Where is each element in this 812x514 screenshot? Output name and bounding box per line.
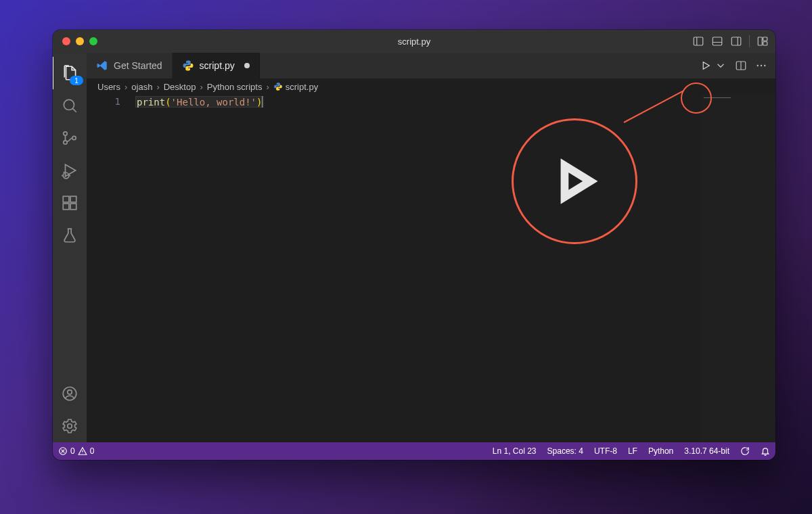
error-count: 0 xyxy=(70,446,75,456)
svg-rect-2 xyxy=(713,37,722,45)
window-title: script.py xyxy=(53,37,775,47)
tab-label: Get Started xyxy=(114,60,162,71)
svg-rect-19 xyxy=(63,196,69,202)
svg-point-9 xyxy=(64,99,74,110)
status-feedback[interactable] xyxy=(735,442,755,460)
svg-point-12 xyxy=(64,141,67,144)
layout-controls xyxy=(692,35,769,47)
divider xyxy=(749,35,750,47)
activity-settings[interactable] xyxy=(53,410,87,442)
activity-source-control[interactable] xyxy=(53,122,87,154)
activity-search[interactable] xyxy=(53,89,87,122)
explorer-badge: 1 xyxy=(70,76,83,85)
token-bracket: ( xyxy=(165,97,171,108)
editor-group: Get Started script.py xyxy=(87,53,775,442)
panel-bottom-icon[interactable] xyxy=(711,35,723,47)
chevron-down-icon[interactable] xyxy=(715,60,727,72)
run-button[interactable] xyxy=(700,60,712,72)
code-editor[interactable]: 1 print('Hello, world!') xyxy=(87,95,775,442)
svg-point-25 xyxy=(68,424,72,429)
more-actions-icon[interactable] xyxy=(755,60,767,72)
svg-marker-26 xyxy=(703,62,709,70)
activity-run-debug[interactable] xyxy=(53,154,87,187)
status-indentation[interactable]: Spaces: 4 xyxy=(542,442,589,460)
activity-extensions[interactable] xyxy=(53,187,87,219)
svg-line-10 xyxy=(72,108,76,112)
breadcrumb-segment[interactable]: ojash xyxy=(131,82,152,92)
activity-testing[interactable] xyxy=(53,219,87,252)
svg-rect-4 xyxy=(731,37,741,45)
breadcrumb-file[interactable]: script.py xyxy=(286,82,318,92)
unsaved-indicator-icon xyxy=(244,63,250,68)
breadcrumb-segment[interactable]: Desktop xyxy=(164,82,196,92)
svg-rect-7 xyxy=(763,37,767,41)
svg-rect-6 xyxy=(758,37,762,45)
svg-rect-0 xyxy=(694,37,703,45)
vscode-window: script.py 1 xyxy=(53,30,775,460)
svg-point-13 xyxy=(72,136,76,139)
tab-bar: Get Started script.py xyxy=(87,53,775,78)
minimap[interactable] xyxy=(701,95,775,442)
activity-account[interactable] xyxy=(53,377,87,410)
status-notifications[interactable] xyxy=(755,442,775,460)
svg-rect-20 xyxy=(63,204,69,210)
panel-left-icon[interactable] xyxy=(692,35,704,47)
svg-rect-22 xyxy=(70,196,76,202)
text-cursor xyxy=(262,96,263,108)
breadcrumb-segment[interactable]: Users xyxy=(97,82,120,92)
breadcrumb-segment[interactable]: Python scripts xyxy=(207,82,263,92)
workbench-body: 1 xyxy=(53,53,775,442)
split-editor-icon[interactable] xyxy=(735,60,747,72)
svg-rect-8 xyxy=(763,42,767,45)
tab-script[interactable]: script.py xyxy=(173,53,260,78)
token-string: 'Hello, world!' xyxy=(171,97,256,108)
svg-point-11 xyxy=(64,132,67,135)
status-problems[interactable]: 0 0 xyxy=(53,442,99,460)
status-cursor-position[interactable]: Ln 1, Col 23 xyxy=(487,442,542,460)
status-language[interactable]: Python xyxy=(643,442,679,460)
token-bracket: ) xyxy=(256,97,262,108)
title-bar[interactable]: script.py xyxy=(53,30,775,53)
svg-point-30 xyxy=(761,65,762,66)
token-function: print xyxy=(137,97,165,108)
vscode-icon xyxy=(96,60,108,72)
svg-line-18 xyxy=(64,172,65,173)
svg-point-31 xyxy=(764,65,765,66)
line-number: 1 xyxy=(87,96,120,107)
status-eol[interactable]: LF xyxy=(623,442,643,460)
chevron-right-icon: › xyxy=(200,82,202,92)
status-encoding[interactable]: UTF-8 xyxy=(589,442,623,460)
chevron-right-icon: › xyxy=(266,82,269,92)
status-bar: 0 0 Ln 1, Col 23 Spaces: 4 UTF-8 LF Pyth… xyxy=(53,442,775,460)
svg-point-24 xyxy=(68,390,72,395)
activity-explorer[interactable]: 1 xyxy=(53,57,87,89)
code-content[interactable]: print('Hello, world!') xyxy=(130,95,775,442)
chevron-right-icon: › xyxy=(156,82,159,92)
tab-label: script.py xyxy=(200,60,235,71)
status-interpreter[interactable]: 3.10.7 64-bit xyxy=(679,442,735,460)
line-number-gutter: 1 xyxy=(87,95,130,442)
chevron-right-icon: › xyxy=(125,82,127,92)
breadcrumbs[interactable]: Users› ojash› Desktop› Python scripts› s… xyxy=(87,78,775,95)
warning-count: 0 xyxy=(90,446,95,456)
svg-rect-21 xyxy=(70,204,76,210)
svg-marker-14 xyxy=(66,164,76,176)
tab-get-started[interactable]: Get Started xyxy=(87,53,173,78)
panel-right-icon[interactable] xyxy=(730,35,742,47)
editor-toolbar xyxy=(700,53,775,78)
layout-customize-icon[interactable] xyxy=(757,35,769,47)
activity-bar: 1 xyxy=(53,53,87,442)
python-file-icon xyxy=(182,60,194,72)
python-file-icon xyxy=(273,82,283,91)
svg-point-29 xyxy=(757,65,759,66)
